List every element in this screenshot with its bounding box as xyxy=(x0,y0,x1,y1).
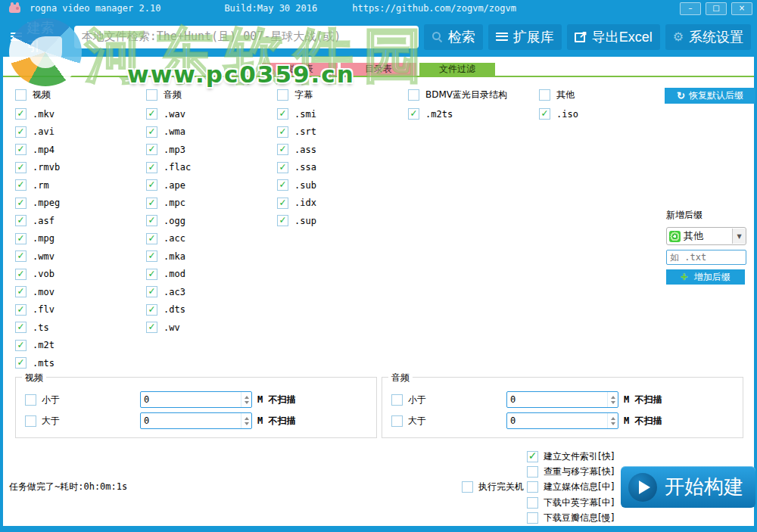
extension-checkbox[interactable] xyxy=(15,269,26,280)
spinner-down-icon[interactable] xyxy=(611,401,615,404)
task-option[interactable]: 下载豆瓣信息[慢] xyxy=(527,511,614,526)
spinner-down-icon[interactable] xyxy=(611,422,615,425)
maximize-button[interactable]: □ xyxy=(706,2,727,15)
new-suffix-input[interactable] xyxy=(666,250,746,265)
add-suffix-button[interactable]: + 增加后缀 xyxy=(666,269,745,285)
tab-2[interactable]: 目录表 xyxy=(341,63,416,76)
extension-checkbox[interactable] xyxy=(15,340,26,351)
task-checkbox[interactable] xyxy=(527,451,538,462)
extension-checkbox[interactable] xyxy=(277,215,288,226)
column-select-checkbox[interactable] xyxy=(15,89,26,101)
start-build-label: 开始构建 xyxy=(665,474,743,500)
system-settings-button[interactable]: ⚙ 系统设置 xyxy=(665,24,751,50)
extension-checkbox[interactable] xyxy=(15,198,26,209)
extension-checkbox[interactable] xyxy=(15,179,26,191)
extension-checkbox[interactable] xyxy=(277,198,288,209)
search-button[interactable]: 检索 xyxy=(424,24,483,50)
suffix-category-dropdown[interactable]: 其他 ▼ xyxy=(666,227,746,245)
extension-checkbox[interactable] xyxy=(15,286,26,297)
extension-checkbox[interactable] xyxy=(277,144,288,155)
extension-label: .rmvb xyxy=(33,162,60,173)
column-select-checkbox[interactable] xyxy=(277,89,288,101)
extension-checkbox[interactable] xyxy=(146,233,157,244)
extension-checkbox[interactable] xyxy=(277,162,288,173)
tab-3[interactable]: 文件过滤 xyxy=(419,63,495,76)
size-filter-checkbox[interactable] xyxy=(391,394,403,406)
column-select-checkbox[interactable] xyxy=(539,89,550,101)
extension-checkbox[interactable] xyxy=(146,304,157,316)
extension-row: .rm xyxy=(15,176,146,194)
shutdown-after-finish[interactable]: 执行完关机 xyxy=(462,481,524,493)
task-option[interactable]: 查重与移字幕[快] xyxy=(527,464,614,479)
extension-checkbox[interactable] xyxy=(408,108,419,120)
extension-checkbox[interactable] xyxy=(146,286,157,297)
spinner-down-icon[interactable] xyxy=(245,401,249,404)
build-index-button[interactable]: 建索引 xyxy=(6,16,71,58)
extension-checkbox[interactable] xyxy=(146,269,157,280)
column-header-label: 视频 xyxy=(33,89,51,101)
extension-row: .avi xyxy=(15,123,146,142)
search-input[interactable] xyxy=(74,26,419,48)
extension-checkbox[interactable] xyxy=(146,144,157,155)
task-checkbox[interactable] xyxy=(527,497,538,509)
extension-row: .mov xyxy=(15,283,146,301)
extension-checkbox[interactable] xyxy=(146,322,157,333)
content-area: 磁盘表目录表文件过滤 视频.mkv.avi.mp4.rmvb.rm.mpeg.a… xyxy=(3,57,754,526)
task-option[interactable]: 建立文件索引[快] xyxy=(527,449,614,464)
extension-checkbox[interactable] xyxy=(15,108,26,120)
extension-checkbox[interactable] xyxy=(277,179,288,191)
extension-checkbox[interactable] xyxy=(15,144,26,155)
spinner-down-icon[interactable] xyxy=(245,422,249,425)
extension-library-button[interactable]: 扩展库 xyxy=(488,24,562,50)
close-button[interactable]: × xyxy=(731,2,752,15)
extension-checkbox[interactable] xyxy=(277,126,288,138)
restore-default-suffix-button[interactable]: ↻ 恢复默认后缀 xyxy=(665,88,755,104)
task-options-list: 建立文件索引[快]查重与移字幕[快]建立媒体信息[中]下载中英字幕[中]下载豆瓣… xyxy=(527,449,614,526)
extension-checkbox[interactable] xyxy=(15,304,26,316)
size-value-input[interactable] xyxy=(141,413,241,428)
size-filter-checkbox[interactable] xyxy=(391,415,403,427)
size-value-input[interactable] xyxy=(507,413,607,428)
spinner-up-icon[interactable] xyxy=(611,417,615,420)
extension-label: .flv xyxy=(33,304,55,315)
extension-checkbox[interactable] xyxy=(15,126,26,138)
extension-checkbox[interactable] xyxy=(146,198,157,209)
tab-1[interactable]: 磁盘表 xyxy=(262,63,338,76)
column-select-checkbox[interactable] xyxy=(146,89,157,101)
extension-checkbox[interactable] xyxy=(15,233,26,244)
shutdown-checkbox[interactable] xyxy=(462,481,473,493)
extension-row: .asf xyxy=(15,212,146,230)
spinner-arrows xyxy=(241,413,251,428)
minimize-button[interactable]: – xyxy=(680,2,701,15)
extension-checkbox[interactable] xyxy=(15,357,26,369)
size-value-input[interactable] xyxy=(141,392,241,407)
task-checkbox[interactable] xyxy=(527,466,538,478)
task-checkbox[interactable] xyxy=(527,481,538,493)
extension-checkbox[interactable] xyxy=(146,250,157,262)
extension-checkbox[interactable] xyxy=(146,215,157,226)
start-build-button[interactable]: 开始构建 xyxy=(621,466,755,508)
extension-checkbox[interactable] xyxy=(146,179,157,191)
spinner-up-icon[interactable] xyxy=(245,396,249,399)
extension-checkbox[interactable] xyxy=(539,108,550,120)
extension-checkbox[interactable] xyxy=(15,250,26,262)
chevron-down-icon[interactable]: ▼ xyxy=(732,229,746,244)
spinner-up-icon[interactable] xyxy=(245,417,249,420)
extension-checkbox[interactable] xyxy=(277,108,288,120)
extension-checkbox[interactable] xyxy=(146,162,157,173)
spinner-up-icon[interactable] xyxy=(611,396,615,399)
extension-checkbox[interactable] xyxy=(15,215,26,226)
size-filter-checkbox[interactable] xyxy=(25,415,36,427)
size-value-input[interactable] xyxy=(507,392,607,407)
column-select-checkbox[interactable] xyxy=(408,89,419,101)
export-excel-button[interactable]: ↗ 导出Excel xyxy=(567,24,660,50)
task-option[interactable]: 建立媒体信息[中] xyxy=(527,480,614,495)
extension-checkbox[interactable] xyxy=(146,108,157,120)
extension-checkbox[interactable] xyxy=(15,162,26,173)
task-checkbox[interactable] xyxy=(527,512,538,524)
size-filter-checkbox[interactable] xyxy=(25,394,36,406)
extension-checkbox[interactable] xyxy=(146,126,157,138)
task-option[interactable]: 下载中英字幕[中] xyxy=(527,495,614,510)
extension-checkbox[interactable] xyxy=(15,322,26,333)
size-filter-group: 音频小于M 不扫描大于M 不扫描 xyxy=(382,377,743,438)
